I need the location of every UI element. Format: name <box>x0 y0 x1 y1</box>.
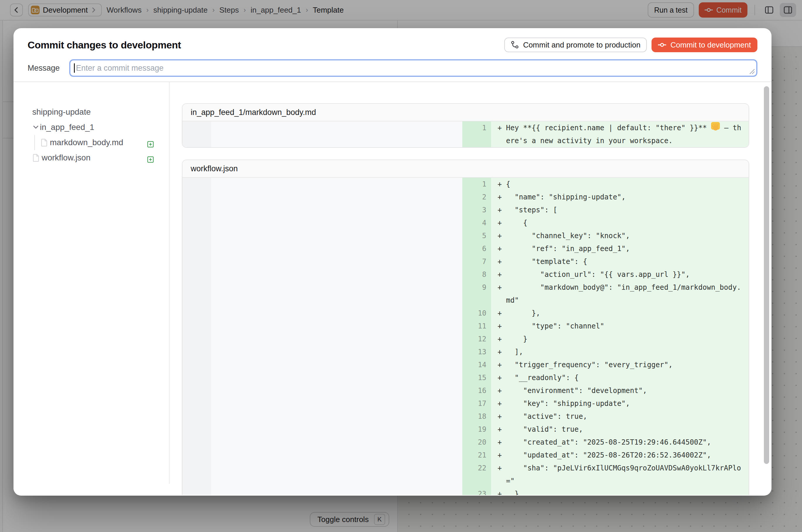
diff-panel-in-app-feed-1-markdown-body-md: in_app_feed_1/markdown_body.md1+ Hey **{… <box>182 103 749 148</box>
commit-to-development-button[interactable]: Commit to development <box>652 38 758 52</box>
diff-line-number: 9 <box>462 281 491 307</box>
diff-line-code: + "action_url": "{{ vars.app_url }}", <box>491 268 749 281</box>
diff-old-content <box>211 121 462 147</box>
tree-root-label: shipping-update <box>32 107 91 117</box>
commit-icon <box>658 41 666 49</box>
diff-line-code: + "trigger_frequency": "every_trigger", <box>491 358 749 371</box>
diff-line-code: + "markdown_body@": "in_app_feed_1/markd… <box>491 281 749 307</box>
diff-line: 23+ } <box>462 488 749 495</box>
diff-line-code: + Hey **{{ recipient.name | default: "th… <box>491 121 749 147</box>
diff-line: 1+ { <box>462 178 749 191</box>
diff-old-side <box>183 178 462 495</box>
added-file-icon <box>147 156 154 163</box>
resize-grip-icon[interactable] <box>749 69 755 75</box>
diff-file-name: in_app_feed_1/markdown_body.md <box>183 104 749 121</box>
diff-line: 10+ }, <box>462 307 749 320</box>
diff-line-code: + } <box>491 488 749 495</box>
diff-line: 20+ "created_at": "2025-08-25T19:29:46.6… <box>462 436 749 449</box>
diff-line-code: + "key": "shipping-update", <box>491 397 749 410</box>
diff-line: 15+ "__readonly": { <box>462 371 749 384</box>
diff-area: in_app_feed_1/markdown_body.md1+ Hey **{… <box>170 82 764 495</box>
diff-old-content <box>211 178 462 495</box>
diff-line-code: + "channel_key": "knock", <box>491 229 749 242</box>
diff-line: 19+ "valid": true, <box>462 423 749 436</box>
diff-line: 13+ ], <box>462 345 749 358</box>
diff-line-number: 12 <box>462 332 491 345</box>
diff-line: 14+ "trigger_frequency": "every_trigger"… <box>462 358 749 371</box>
diff-line-number: 4 <box>462 216 491 229</box>
diff-line-number: 17 <box>462 397 491 410</box>
diff-line: 11+ "type": "channel" <box>462 320 749 332</box>
diff-line: 3+ "steps": [ <box>462 204 749 216</box>
diff-line: 18+ "active": true, <box>462 410 749 423</box>
diff-line: 16+ "environment": "development", <box>462 384 749 397</box>
tree-item-label: markdown_body.md <box>50 138 123 147</box>
diff-old-side <box>183 121 462 147</box>
tree-item-label: workflow.json <box>42 153 91 163</box>
scrollbar-thumb[interactable] <box>764 86 769 464</box>
tree-item-markdown-body-md[interactable]: markdown_body.md <box>32 135 169 150</box>
diff-line: 6+ "ref": "in_app_feed_1", <box>462 242 749 255</box>
app-root: Development Workflows›shipping-update›St… <box>0 0 802 532</box>
added-file-icon <box>147 141 154 148</box>
diff-line-number: 6 <box>462 242 491 255</box>
added-indicator <box>147 154 154 165</box>
commit-message-input[interactable]: Enter a commit message <box>69 59 758 77</box>
diff-line-number: 16 <box>462 384 491 397</box>
diff-line-code: + "environment": "development", <box>491 384 749 397</box>
diff-panel-workflow-json: workflow.json1+ {2+ "name": "shipping-up… <box>182 159 749 495</box>
diff-line-code: + "type": "channel" <box>491 320 749 332</box>
commit-and-promote-button[interactable]: Commit and promote to production <box>504 38 647 52</box>
diff-new-side: 1+ Hey **{{ recipient.name | default: "t… <box>462 121 749 147</box>
diff-line-number: 8 <box>462 268 491 281</box>
added-indicator <box>147 139 154 150</box>
diff-line-number: 15 <box>462 371 491 384</box>
diff-line-number: 7 <box>462 255 491 268</box>
diff-line-code: + { <box>491 216 749 229</box>
diff-line-number: 18 <box>462 410 491 423</box>
message-placeholder: Enter a commit message <box>76 64 164 73</box>
file-icon <box>32 154 40 162</box>
tree-item-label: in_app_feed_1 <box>40 122 94 132</box>
diff-line-code: + "name": "shipping-update", <box>491 191 749 204</box>
diff-line-number: 21 <box>462 449 491 462</box>
commit-dialog: Commit changes to development Commit and… <box>14 28 771 496</box>
diff-line-number: 20 <box>462 436 491 449</box>
diff-line-number: 14 <box>462 358 491 371</box>
diff-line-code: + "valid": true, <box>491 423 749 436</box>
diff-line-number: 10 <box>462 307 491 320</box>
diff-line-code: + "active": true, <box>491 410 749 423</box>
dialog-title: Commit changes to development <box>27 39 181 51</box>
diff-line-code: + ], <box>491 345 749 358</box>
diff-line-code: + }, <box>491 307 749 320</box>
diff-line-number: 1 <box>462 178 491 191</box>
diff-line-code: + "__readonly": { <box>491 371 749 384</box>
tree-item-in-app-feed-1[interactable]: in_app_feed_1 <box>32 120 169 135</box>
diff-new-side: 1+ {2+ "name": "shipping-update",3+ "ste… <box>462 178 749 495</box>
diff-line-code: + "updated_at": "2025-08-26T20:26:52.364… <box>491 449 749 462</box>
diff-line-code: + "created_at": "2025-08-25T19:29:46.644… <box>491 436 749 449</box>
commit-dialog-body: shipping-updatein_app_feed_1markdown_bod… <box>14 82 771 495</box>
tree-root[interactable]: shipping-update <box>32 104 169 120</box>
diff-line-number: 2 <box>462 191 491 204</box>
diff-line-code: + } <box>491 332 749 345</box>
diff-line: 4+ { <box>462 216 749 229</box>
diff-line: 17+ "key": "shipping-update", <box>462 397 749 410</box>
message-label: Message <box>27 64 69 73</box>
diff-line: 1+ Hey **{{ recipient.name | default: "t… <box>462 121 749 147</box>
waving-hand-emoji <box>711 122 720 130</box>
commit-dialog-header: Commit changes to development Commit and… <box>14 28 771 82</box>
promote-icon <box>511 41 519 49</box>
diff-line-number: 19 <box>462 423 491 436</box>
diff-line: 22+ "sha": "pJeLVir6xIlUCMGqs9qroZoUAVDS… <box>462 462 749 488</box>
chevron-down-icon <box>32 124 39 131</box>
diff-old-gutter <box>183 178 211 495</box>
tree-item-workflow-json[interactable]: workflow.json <box>32 150 169 166</box>
diff-line: 12+ } <box>462 332 749 345</box>
diff-line-number: 23 <box>462 488 491 495</box>
diff-file-name: workflow.json <box>183 160 749 178</box>
modal-scrollbar[interactable] <box>764 86 769 464</box>
diff-line-number: 22 <box>462 462 491 488</box>
diff-line: 2+ "name": "shipping-update", <box>462 191 749 204</box>
diff-line-code: + "template": { <box>491 255 749 268</box>
